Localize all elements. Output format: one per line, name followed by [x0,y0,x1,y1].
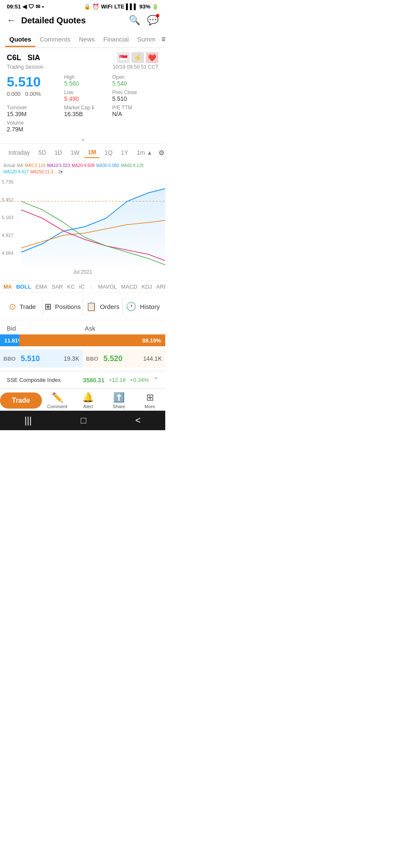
sg-flag-button[interactable]: 🇸🇬 [117,52,130,63]
chart-tab-5d[interactable]: 5D [35,147,50,158]
prev-close-value: 5.510 [112,95,158,102]
high-low: High 5.560 Low 5.490 [64,74,110,102]
bbo-ask-label: BBO [86,356,98,362]
ask-progress: 88.19% [19,334,165,346]
header: ← Detailed Quotes 🔍 💬 [0,11,165,31]
ask-header-label: Ask [81,325,158,332]
bottom-nav: Trade ✏️ Comment 🔔 Alert ⬆️ Share ⊞ More [0,388,165,411]
tab-bar: Quotes Comments News Financial Summ ≡ [0,31,165,48]
chart-settings-icon[interactable]: ⚙ [158,149,164,157]
bug-icon: 🛡 [28,3,34,10]
sys-menu-icon[interactable]: ||| [25,415,32,426]
trade-button[interactable]: Trade [0,392,42,409]
trade-action-trade[interactable]: ⊙ Trade [3,301,42,312]
bottom-nav-share[interactable]: ⬆️ Share [103,392,134,409]
back-button[interactable]: ← [7,15,16,26]
bbo-bid-section: BBO 5.510 19.3K [0,350,83,367]
turnover-value: 15.39M [7,111,62,117]
high-value: 5.560 [64,80,110,87]
pe-section: P/E TTM N/A [112,105,158,117]
share-label: Share [113,404,125,409]
ind-tab-kc[interactable]: KC [67,284,75,290]
prev-close-label: Prev Close [112,89,158,95]
bid-ask-progress-bar: 11.81% 88.19% [0,334,165,346]
high-label: High [64,74,110,80]
volume-value: 2.79M [7,126,62,133]
ma-count[interactable]: 2▾ [58,170,63,174]
expand-arrow[interactable]: ⌄ [0,134,165,143]
sse-name: SSE Composite Index [7,377,79,383]
bottom-nav-alert[interactable]: 🔔 Alert [73,392,104,409]
positions-icon: ⊞ [44,301,52,312]
ind-tab-ema[interactable]: EMA [36,284,47,290]
stock-ticker: C6L SIA [7,53,40,62]
marketcap-value: 16.35B [64,111,110,117]
sse-value: 3580.31 [83,377,105,384]
ind-tab-ma[interactable]: MA [3,284,12,290]
ind-tab-macd[interactable]: MACD [121,284,137,290]
ma10-label: MA10:5.023 [47,163,70,168]
ma120-label: MA120:9.417 [3,170,29,174]
bolt-button[interactable]: ⚡ [131,52,144,63]
session-label: Trading Session [7,64,43,70]
ma20-label: MA20:4.609 [72,163,94,168]
comment-icon: ✏️ [52,392,63,403]
sys-home-icon[interactable]: □ [81,415,86,426]
chart-tab-1m[interactable]: 1M [84,147,99,158]
pe-label: P/E TTM [112,105,158,111]
chart-tab-1y[interactable]: 1Y [118,147,132,158]
sse-bar: SSE Composite Index 3580.31 +12.18 +0.34… [0,371,165,388]
chart-container: 5.735 5.452 5.183 4.927 4.684 [0,176,165,280]
tab-comments[interactable]: Comments [36,31,75,47]
positions-label: Positions [55,303,81,310]
sse-expand-icon[interactable]: ⌃ [153,376,158,384]
message-button[interactable]: 💬 [147,15,158,26]
sys-back-icon[interactable]: < [135,415,141,426]
tab-news[interactable]: News [75,31,99,47]
sse-pct: +0.34% [130,377,149,383]
page-title: Detailed Quotes [21,16,129,25]
battery-pct: 93% [139,3,150,10]
search-button[interactable]: 🔍 [129,15,140,26]
chart-tab-1w[interactable]: 1W [67,147,83,158]
orders-icon: 📋 [86,301,97,312]
pe-value: N/A [112,111,158,117]
ind-tab-ic[interactable]: IC [79,284,85,290]
alarm-icon: ⏰ [92,3,99,10]
tabs-more-icon[interactable]: ≡ [160,31,165,47]
status-left: 09:51 ◀ 🛡 ✉ • [7,3,44,10]
trade-action-orders[interactable]: 📋 Orders [84,301,122,312]
chart-tab-1q[interactable]: 1Q [101,147,116,158]
chart-tab-1m-interval[interactable]: 1m ▲ [133,147,156,158]
ind-tab-boll[interactable]: BOLL [16,284,31,290]
ind-tab-mavol[interactable]: MAVOL [98,284,117,290]
tab-summary[interactable]: Summ [133,31,160,47]
ma250-label: MA250:11.3... [31,170,57,174]
stock-flags: 🇸🇬 ⚡ ❤️ [117,52,158,63]
bars-icon: ▌▌▌ [126,3,138,10]
chart-tab-intraday[interactable]: Intraday [5,147,33,158]
ma-legend: Actual MA MA5:5.110 MA10:5.023 MA20:4.60… [0,161,165,176]
indicator-tabs: MA BOLL EMA SAR KC IC | MAVOL MACD KDJ A… [0,280,165,293]
ind-tab-arbr[interactable]: ARBR [156,284,165,290]
tab-financial[interactable]: Financial [99,31,133,47]
chart-tab-bar: Intraday 5D 1D 1W 1M 1Q 1Y 1m ▲ ⚙ [0,143,165,161]
chart-tab-right: 1m ▲ ⚙ [133,147,164,158]
low-value: 5.490 [64,95,110,102]
bid-header-label: Bid [7,325,81,332]
ma-label: MA [17,163,23,168]
price-section: 5.510 0.000 0.00% High 5.560 Low 5.490 O… [0,72,165,134]
heart-button[interactable]: ❤️ [146,52,158,63]
ind-tab-sar[interactable]: SAR [52,284,63,290]
ind-tab-kdj[interactable]: KDJ [142,284,152,290]
stock-info: C6L SIA 🇸🇬 ⚡ ❤️ Trading Session 10/19 09… [0,48,165,72]
tab-quotes[interactable]: Quotes [5,31,36,47]
bottom-nav-more[interactable]: ⊞ More [134,392,165,409]
trade-action-history[interactable]: 🕐 History [124,301,162,312]
chart-tab-1d[interactable]: 1D [51,147,66,158]
trade-action-positions[interactable]: ⊞ Positions [44,301,82,312]
price-chart[interactable] [0,176,165,269]
bottom-nav-comment[interactable]: ✏️ Comment [42,392,73,409]
change-pct: 0.00% [25,91,41,97]
share-icon: ⬆️ [113,392,125,403]
